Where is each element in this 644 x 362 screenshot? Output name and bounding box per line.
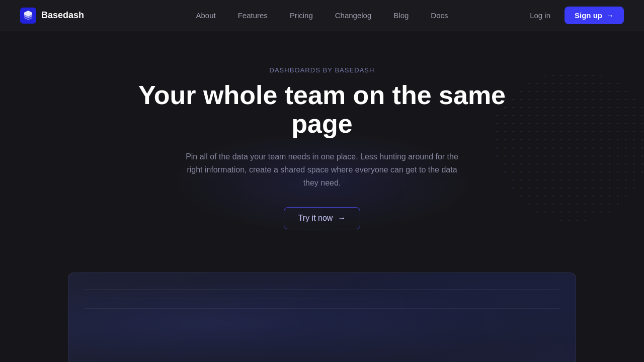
hero-title: Your whole team on the same page	[121, 81, 523, 138]
login-button[interactable]: Log in	[524, 8, 556, 23]
try-it-now-button[interactable]: Try it now →	[284, 207, 361, 229]
brand-name: Basedash	[41, 10, 84, 21]
nav-pricing[interactable]: Pricing	[281, 8, 322, 23]
dashboard-inner	[68, 273, 576, 362]
nav-docs[interactable]: Docs	[422, 8, 457, 23]
dash-line-2	[85, 299, 369, 299]
navbar: Basedash About Features Pricing Changelo…	[0, 0, 644, 31]
dash-line-3	[85, 308, 559, 309]
dash-line-1	[85, 289, 559, 290]
logo-icon	[20, 8, 36, 24]
nav-about[interactable]: About	[187, 8, 224, 23]
nav-features[interactable]: Features	[229, 8, 277, 23]
nav-actions: Log in Sign up →	[524, 7, 624, 24]
dashboard-preview-wrapper	[0, 273, 644, 362]
signup-button[interactable]: Sign up →	[565, 7, 624, 24]
hero-eyebrow: Dashboards by Basedash	[269, 66, 374, 74]
hero-section: Dashboards by Basedash Your whole team o…	[0, 31, 644, 273]
nav-links: About Features Pricing Changelog Blog Do…	[187, 11, 457, 20]
dashboard-preview	[68, 273, 576, 362]
logo-link[interactable]: Basedash	[20, 8, 84, 24]
hero-subtitle: Pin all of the data your team needs in o…	[181, 150, 463, 189]
nav-blog[interactable]: Blog	[384, 8, 418, 23]
nav-changelog[interactable]: Changelog	[326, 8, 381, 23]
